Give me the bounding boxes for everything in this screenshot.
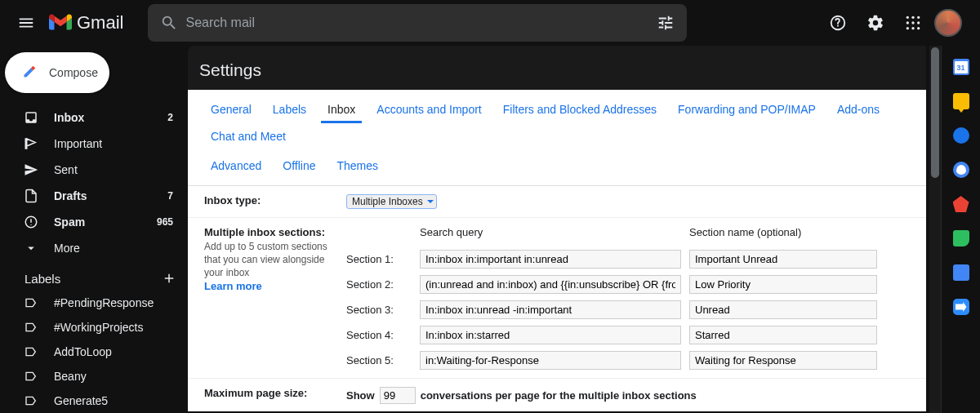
label-beany[interactable]: Beany: [5, 364, 188, 389]
section-row-label-3: Section 3:: [346, 304, 412, 316]
svg-point-4: [911, 21, 914, 24]
section-query-input-1[interactable]: [420, 250, 681, 269]
col-header-name: Section name (optional): [689, 226, 877, 243]
nav-label: Sent: [54, 163, 78, 176]
nav-inbox[interactable]: Inbox2: [5, 104, 188, 131]
keep-addon[interactable]: [953, 93, 969, 109]
nav-label: Inbox: [54, 111, 84, 124]
svg-point-6: [906, 27, 909, 29]
addon-red[interactable]: [953, 196, 969, 212]
nav-label: Spam: [54, 215, 85, 229]
section-name-input-2[interactable]: [689, 275, 877, 294]
pagesize-input[interactable]: [380, 387, 416, 404]
section-query-input-4[interactable]: [420, 326, 681, 344]
label-icon: [23, 296, 39, 309]
compose-label: Compose: [49, 66, 98, 79]
side-panel: [941, 46, 980, 413]
label-workingprojects[interactable]: #WorkingProjects: [5, 315, 188, 340]
tab-offline[interactable]: Offline: [276, 153, 322, 179]
sections-sublabel: Add up to 5 custom sections that you can…: [204, 240, 346, 280]
search-icon: [160, 14, 178, 32]
label-addtoloop[interactable]: AddToLoop: [5, 340, 188, 364]
search-button[interactable]: [153, 7, 185, 39]
pagesize-suffix: conversations per page for the multiple …: [421, 389, 697, 402]
tab-forwarding-and-pop-imap[interactable]: Forwarding and POP/IMAP: [671, 96, 822, 123]
section-query-input-2[interactable]: [420, 275, 681, 294]
section-row-label-1: Section 1:: [346, 253, 412, 265]
spam-icon: [23, 215, 39, 229]
svg-point-2: [917, 16, 920, 19]
hamburger-menu-button[interactable]: [7, 3, 46, 42]
tab-filters-and-blocked-addresses[interactable]: Filters and Blocked Addresses: [497, 96, 663, 123]
tab-advanced[interactable]: Advanced: [204, 153, 268, 179]
tab-inbox[interactable]: Inbox: [321, 96, 362, 123]
help-button[interactable]: [822, 7, 854, 39]
section-query-input-5[interactable]: [420, 351, 681, 370]
svg-point-7: [911, 27, 914, 29]
section-name-input-1[interactable]: [689, 250, 877, 269]
scrollbar-thumb[interactable]: [931, 47, 939, 178]
inbox-type-select[interactable]: Multiple Inboxes: [346, 194, 437, 209]
calendar-addon[interactable]: [953, 59, 969, 75]
tab-add-ons[interactable]: Add-ons: [831, 96, 886, 123]
tab-labels[interactable]: Labels: [266, 96, 313, 123]
contacts-addon[interactable]: [953, 162, 969, 178]
brand-text: Gmail: [77, 12, 123, 33]
help-icon: [829, 14, 847, 32]
svg-point-5: [917, 21, 920, 24]
settings-button[interactable]: [859, 7, 892, 39]
section-query-input-3[interactable]: [420, 300, 681, 319]
page-title: Settings: [199, 60, 915, 80]
nav-spam[interactable]: Spam965: [5, 209, 188, 235]
tune-icon: [657, 14, 675, 32]
label-pendingresponse[interactable]: #PendingResponse: [5, 291, 188, 315]
label-text: Generate5: [54, 394, 108, 407]
nav-label: More: [54, 242, 80, 255]
zoom-addon[interactable]: [953, 299, 969, 315]
tab-accounts-and-import[interactable]: Accounts and Import: [370, 96, 488, 123]
search-box[interactable]: [148, 4, 687, 42]
tab-general[interactable]: General: [204, 96, 258, 123]
evernote-addon[interactable]: [953, 230, 969, 246]
send-icon: [23, 162, 39, 177]
flag-icon: [23, 136, 39, 151]
addon-blue[interactable]: [953, 264, 969, 281]
sidebar: Compose Inbox2ImportantSentDrafts7Spam96…: [0, 46, 188, 413]
label-icon: [23, 321, 39, 334]
search-options-button[interactable]: [649, 7, 682, 39]
inbox-icon: [23, 110, 39, 125]
nav-sent[interactable]: Sent: [5, 157, 188, 183]
gmail-logo[interactable]: Gmail: [49, 12, 123, 33]
tab-chat-and-meet[interactable]: Chat and Meet: [204, 123, 292, 149]
hamburger-icon: [17, 14, 35, 32]
section-name-input-3[interactable]: [689, 300, 877, 319]
nav-label: Drafts: [54, 189, 87, 202]
add-label-button[interactable]: [162, 271, 176, 286]
section-row-label-2: Section 2:: [346, 278, 412, 291]
nav-more[interactable]: More: [5, 235, 188, 261]
label-icon: [23, 370, 39, 383]
tasks-addon[interactable]: [953, 127, 969, 144]
section-name-input-5[interactable]: [689, 351, 877, 370]
apps-button[interactable]: [897, 7, 929, 39]
chevron-down-icon: [23, 241, 39, 255]
label-generate5[interactable]: Generate5: [5, 389, 188, 413]
nav-count: 7: [167, 190, 173, 202]
section-row-label-5: Section 5:: [346, 354, 412, 366]
scrollbar[interactable]: [929, 46, 941, 413]
account-avatar[interactable]: [934, 9, 962, 37]
compose-icon: [20, 64, 38, 82]
nav-important[interactable]: Important: [5, 131, 188, 157]
nav-label: Important: [54, 137, 102, 150]
tab-themes[interactable]: Themes: [331, 153, 385, 179]
learn-more-link[interactable]: Learn more: [204, 280, 262, 292]
search-input[interactable]: [185, 16, 649, 30]
pagesize-show: Show: [346, 389, 375, 402]
label-icon: [23, 394, 39, 407]
section-name-input-4[interactable]: [689, 326, 877, 344]
svg-point-1: [911, 16, 914, 19]
col-header-query: Search query: [420, 226, 681, 243]
label-text: #PendingResponse: [54, 296, 154, 309]
compose-button[interactable]: Compose: [5, 52, 109, 93]
nav-drafts[interactable]: Drafts7: [5, 183, 188, 209]
